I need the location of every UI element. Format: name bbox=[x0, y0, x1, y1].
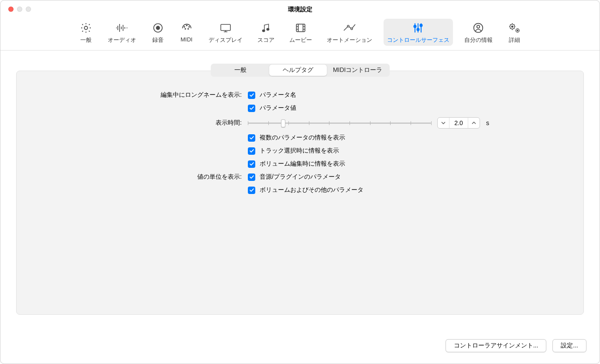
check-param-value-row: パラメータ値 bbox=[248, 104, 566, 112]
checkbox-volume-edit[interactable] bbox=[248, 160, 255, 168]
svg-point-22 bbox=[517, 30, 518, 31]
toolbar-item-movie[interactable]: ムービー bbox=[286, 19, 315, 46]
svg-point-18 bbox=[477, 25, 480, 28]
svg-point-3 bbox=[186, 25, 187, 26]
toolbar-label: コントロールサーフェス bbox=[387, 36, 449, 44]
check-label: ボリュームおよびその他のパラメータ bbox=[260, 186, 363, 194]
svg-point-2 bbox=[156, 26, 160, 30]
toolbar-item-display[interactable]: ディスプレイ bbox=[205, 19, 246, 46]
svg-rect-11 bbox=[296, 24, 305, 31]
svg-point-16 bbox=[420, 24, 422, 27]
toolbar-label: オートメーション bbox=[327, 36, 372, 44]
record-icon bbox=[151, 21, 165, 34]
svg-point-6 bbox=[185, 28, 185, 29]
toolbar-label: 一般 bbox=[80, 36, 92, 44]
midi-icon bbox=[180, 21, 193, 34]
check-instr-plugin-row: 音源/プラグインのパラメータ bbox=[248, 173, 566, 181]
controller-assignments-button[interactable]: コントローラアサインメント... bbox=[446, 339, 547, 352]
check-volume-other-row: ボリュームおよびその他のパラメータ bbox=[248, 186, 566, 194]
titlebar: 環境設定 bbox=[0, 0, 600, 16]
svg-point-5 bbox=[189, 27, 189, 27]
toolbar-label: オーディオ bbox=[108, 36, 136, 44]
checkbox-param-value[interactable] bbox=[248, 105, 255, 112]
svg-point-12 bbox=[347, 25, 349, 27]
svg-point-0 bbox=[84, 26, 87, 29]
subtab-general[interactable]: 一般 bbox=[212, 65, 269, 76]
checkbox-track-select[interactable] bbox=[248, 147, 255, 155]
toolbar-item-general[interactable]: 一般 bbox=[75, 19, 96, 46]
duration-slider[interactable] bbox=[248, 119, 431, 127]
person-circle-icon bbox=[472, 21, 485, 34]
duration-row: 2.0 s bbox=[248, 117, 566, 129]
footer-buttons: コントローラアサインメント... 設定... bbox=[446, 339, 586, 352]
toolbar-label: MIDI bbox=[181, 36, 192, 43]
duration-unit: s bbox=[486, 119, 489, 126]
toolbar-item-midi[interactable]: MIDI bbox=[176, 19, 197, 44]
minimize-button[interactable] bbox=[17, 7, 22, 12]
duration-label: 表示時間: bbox=[34, 119, 243, 127]
toolbar-item-control-surfaces[interactable]: コントロールサーフェス bbox=[384, 19, 453, 46]
checkbox-multi-param[interactable] bbox=[248, 134, 255, 142]
subtab-midicontroller[interactable]: MIDIコントローラ bbox=[327, 65, 389, 76]
svg-point-9 bbox=[262, 30, 264, 31]
window-title: 環境設定 bbox=[288, 6, 312, 14]
toolbar-item-automation[interactable]: オートメーション bbox=[323, 19, 376, 46]
svg-point-15 bbox=[417, 28, 419, 31]
automation-icon bbox=[343, 21, 356, 34]
check-label: 複数のパラメータの情報を表示 bbox=[260, 134, 345, 142]
check-label: トラック選択時に情報を表示 bbox=[260, 147, 339, 155]
close-button[interactable] bbox=[8, 7, 14, 12]
preferences-toolbar: 一般 オーディオ 録音 MIDI ディスプレイ bbox=[0, 16, 600, 51]
music-note-icon bbox=[259, 21, 272, 34]
checkbox-volume-other[interactable] bbox=[248, 187, 255, 194]
gears-icon bbox=[508, 21, 521, 34]
svg-point-14 bbox=[414, 25, 416, 27]
unit-label: 値の単位を表示: bbox=[34, 173, 243, 181]
longname-label: 編集中にロングネームを表示: bbox=[34, 91, 243, 99]
checkbox-instr-plugin[interactable] bbox=[248, 173, 255, 181]
gear-icon bbox=[79, 21, 93, 34]
svg-point-4 bbox=[184, 27, 185, 27]
check-label: ボリューム編集時に情報を表示 bbox=[260, 160, 345, 168]
svg-point-7 bbox=[188, 28, 189, 29]
toolbar-label: ディスプレイ bbox=[209, 36, 243, 44]
setup-button[interactable]: 設定... bbox=[552, 339, 586, 352]
check-volume-edit-row: ボリューム編集時に情報を表示 bbox=[248, 160, 566, 168]
toolbar-item-record[interactable]: 録音 bbox=[147, 19, 168, 46]
toolbar-label: スコア bbox=[257, 36, 274, 44]
check-label: パラメータ値 bbox=[260, 104, 296, 112]
toolbar-item-myinfo[interactable]: 自分の情報 bbox=[461, 19, 496, 46]
waveform-icon bbox=[115, 21, 128, 34]
checkbox-param-name[interactable] bbox=[248, 92, 255, 99]
svg-rect-8 bbox=[221, 24, 230, 31]
check-param-name-row: パラメータ名 bbox=[248, 91, 566, 99]
window-controls bbox=[8, 7, 31, 12]
svg-point-13 bbox=[351, 28, 353, 30]
toolbar-item-advanced[interactable]: 詳細 bbox=[504, 19, 525, 46]
check-track-select-row: トラック選択時に情報を表示 bbox=[248, 147, 566, 155]
sub-tabs: 一般 ヘルプタグ MIDIコントローラ bbox=[211, 64, 390, 77]
toolbar-label: 録音 bbox=[152, 36, 164, 44]
check-label: パラメータ名 bbox=[260, 91, 296, 99]
sliders-icon bbox=[411, 21, 425, 34]
svg-point-20 bbox=[511, 26, 513, 27]
check-label: 音源/プラグインのパラメータ bbox=[260, 173, 341, 181]
stepper-down[interactable] bbox=[438, 118, 449, 128]
stepper-up[interactable] bbox=[468, 118, 480, 128]
toolbar-item-score[interactable]: スコア bbox=[254, 19, 278, 46]
toolbar-item-audio[interactable]: オーディオ bbox=[104, 19, 140, 46]
preferences-window: 環境設定 一般 オーディオ 録音 MIDI bbox=[0, 0, 600, 364]
body-area: 一般 ヘルプタグ MIDIコントローラ 編集中にロングネームを表示: パラメータ… bbox=[0, 51, 600, 315]
check-multi-param-row: 複数のパラメータの情報を表示 bbox=[248, 134, 566, 142]
toolbar-label: ムービー bbox=[289, 36, 312, 44]
svg-point-10 bbox=[267, 28, 269, 30]
film-icon bbox=[294, 21, 307, 34]
duration-stepper: 2.0 bbox=[437, 117, 480, 129]
settings-panel: 編集中にロングネームを表示: パラメータ名 パラメータ値 表示時間: bbox=[16, 71, 584, 315]
duration-value[interactable]: 2.0 bbox=[449, 118, 468, 128]
zoom-button[interactable] bbox=[26, 7, 31, 12]
settings-form: 編集中にロングネームを表示: パラメータ名 パラメータ値 表示時間: bbox=[34, 91, 566, 194]
subtab-helptags[interactable]: ヘルプタグ bbox=[269, 65, 327, 76]
display-icon bbox=[219, 21, 232, 34]
toolbar-label: 自分の情報 bbox=[464, 36, 493, 44]
